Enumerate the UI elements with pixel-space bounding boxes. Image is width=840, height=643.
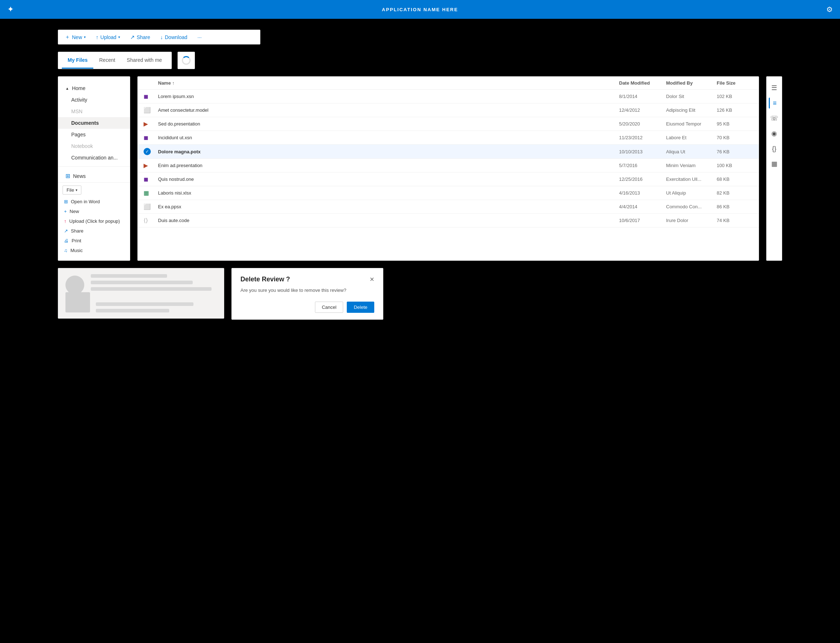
file-icon-col: ⬜: [144, 107, 151, 114]
wifi-icon[interactable]: ◉: [769, 128, 780, 139]
sidebar-item-pages[interactable]: Pages: [58, 129, 130, 140]
download-button[interactable]: ↓ Download: [160, 34, 187, 40]
file-label: File: [67, 187, 74, 193]
file-date: 10/6/2017: [619, 218, 666, 223]
file-icon-col: ◼: [144, 93, 151, 100]
upload-button[interactable]: ↑ Upload ▾: [96, 34, 120, 40]
table-row[interactable]: ✓ Dolore magna.potx 10/10/2013 Aliqua Ut…: [138, 145, 758, 159]
app-logo: ✦: [7, 5, 14, 14]
file-context-button[interactable]: File ▾: [62, 186, 82, 194]
context-upload[interactable]: ↑ Upload (Click for popup): [62, 216, 126, 226]
app-title: APPLICATION NAME HERE: [382, 7, 458, 12]
settings-icon[interactable]: ⚙: [826, 5, 833, 14]
top-bar: ✦ APPLICATION NAME HERE ⚙: [0, 0, 840, 19]
more-button[interactable]: ···: [197, 34, 202, 40]
table-row[interactable]: ◼ Lorem ipsum.xsn 8/1/2014 Dolor Sit 102…: [138, 90, 758, 103]
share-button[interactable]: ↗ Share: [130, 34, 150, 41]
file-size: 100 KB: [717, 163, 753, 168]
more-label: ···: [197, 34, 202, 40]
file-name: Enim ad.presentation: [158, 163, 619, 168]
sidebar-item-home[interactable]: ▲ Home: [58, 82, 130, 94]
file-icon-col: ▶: [144, 162, 151, 169]
file-date: 5/7/2016: [619, 163, 666, 168]
new-context-label: New: [70, 209, 79, 214]
sidebar-item-news[interactable]: ⊞ News: [58, 170, 130, 182]
tab-recent[interactable]: Recent: [93, 52, 121, 69]
sidebar-item-documents[interactable]: Documents: [58, 117, 130, 129]
col-name[interactable]: Name ↑: [158, 80, 619, 86]
context-share[interactable]: ↗ Share: [62, 226, 126, 236]
table-row[interactable]: ▶ Enim ad.presentation 5/7/2016 Minim Ve…: [138, 159, 758, 173]
file-date: 4/16/2013: [619, 190, 666, 196]
dialog-footer: Cancel Delete: [240, 302, 374, 313]
file-date: 11/23/2012: [619, 135, 666, 140]
preview-avatar: [65, 276, 84, 294]
file-selected-check: ✓: [144, 148, 151, 155]
file-name: Amet consectetur.model: [158, 108, 619, 113]
tabs-row: My Files Recent Shared with me: [58, 52, 195, 69]
sidebar-item-msn[interactable]: MSN: [58, 106, 130, 117]
file-modified-by: Exercitation Ull...: [666, 176, 717, 182]
share-label: Share: [137, 34, 150, 40]
file-modified-by: Labore Et: [666, 135, 717, 140]
word-icon: ⊞: [64, 199, 68, 204]
table-row[interactable]: ⬜ Ex ea.ppsx 4/4/2014 Commodo Con... 86 …: [138, 200, 758, 214]
file-check-col: ⬜: [144, 203, 158, 210]
table-row[interactable]: ◼ Quis nostrud.one 12/25/2016 Exercitati…: [138, 173, 758, 186]
sidebar-nav: ▲ Home Activity MSN Documents Pages Note…: [58, 82, 130, 182]
share-context-icon: ↗: [64, 228, 68, 233]
list-icon[interactable]: ≡: [769, 98, 780, 108]
tab-my-files[interactable]: My Files: [62, 52, 93, 69]
cancel-button[interactable]: Cancel: [315, 302, 343, 313]
col-size[interactable]: File Size: [717, 80, 753, 86]
delete-dialog: Delete Review ? ✕ Are you sure you would…: [232, 268, 383, 320]
code-icon[interactable]: {}: [769, 143, 780, 154]
tabs-container: My Files Recent Shared with me: [58, 52, 172, 69]
delete-button[interactable]: Delete: [347, 302, 374, 313]
dialog-title: Delete Review ?: [240, 276, 290, 283]
sidebar-item-activity[interactable]: Activity: [58, 94, 130, 106]
dialog-header: Delete Review ? ✕: [240, 276, 374, 283]
dialog-close-button[interactable]: ✕: [370, 276, 374, 283]
new-button[interactable]: ＋ New ▾: [65, 34, 86, 41]
file-size: 102 KB: [717, 94, 753, 99]
col-by[interactable]: Modified By: [666, 80, 717, 86]
music-label: Music: [70, 248, 83, 253]
tab-shared-with-me[interactable]: Shared with me: [121, 52, 168, 69]
sidebar-item-notebook[interactable]: Notebook: [58, 140, 130, 152]
context-new[interactable]: + New: [62, 207, 126, 216]
preview-line-3: [91, 287, 212, 291]
file-check-col: ◼: [144, 176, 158, 183]
news-icon: ⊞: [65, 173, 70, 180]
preview-line-2: [91, 281, 193, 284]
sidebar-item-communication[interactable]: Communication an...: [58, 152, 130, 163]
upload-icon: ↑: [96, 34, 99, 40]
context-music[interactable]: ♫ Music: [62, 246, 126, 255]
file-icon-col: ◼: [144, 134, 151, 141]
file-check-col: ⟨⟩: [144, 217, 158, 224]
context-open-in-word[interactable]: ⊞ Open in Word: [62, 197, 126, 207]
upload-label: Upload: [101, 34, 116, 40]
chart-icon[interactable]: ▦: [769, 158, 780, 169]
file-date: 4/4/2014: [619, 204, 666, 209]
file-icon-col: ▶: [144, 121, 151, 127]
file-size: 68 KB: [717, 176, 753, 182]
table-row[interactable]: ◼ Incididunt ut.xsn 11/23/2012 Labore Et…: [138, 131, 758, 145]
file-name: Duis aute.code: [158, 218, 619, 223]
file-chevron-icon: ▾: [75, 188, 77, 192]
table-row[interactable]: ⬜ Amet consectetur.model 12/4/2012 Adipi…: [138, 103, 758, 117]
news-label: News: [73, 173, 86, 179]
table-row[interactable]: ▶ Sed do.presentation 5/20/2020 Eiusmod …: [138, 117, 758, 131]
pages-label: Pages: [71, 132, 86, 137]
file-modified-by: Commodo Con...: [666, 204, 717, 209]
preview-bottom-line-1: [96, 302, 194, 306]
menu-icon[interactable]: ☰: [769, 82, 780, 93]
context-print[interactable]: 🖨 Print: [62, 236, 126, 246]
table-row[interactable]: ▦ Laboris nisi.xlsx 4/16/2013 Ut Aliquip…: [138, 186, 758, 200]
col-date[interactable]: Date Modified: [619, 80, 666, 86]
file-name: Dolore magna.potx: [158, 149, 619, 154]
table-row[interactable]: ⟨⟩ Duis aute.code 10/6/2017 Irure Dolor …: [138, 214, 758, 227]
main-container: ＋ New ▾ ↑ Upload ▾ ↗ Share ↓ Download ··…: [0, 19, 840, 331]
phone-icon[interactable]: ☏: [769, 113, 780, 124]
file-check-col: ✓: [144, 148, 158, 155]
